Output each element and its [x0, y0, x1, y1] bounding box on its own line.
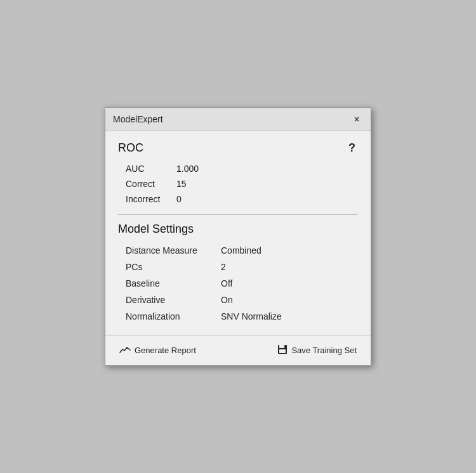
derivative-label: Derivative: [126, 295, 221, 305]
normalization-value: SNV Normalize: [221, 311, 282, 321]
distance-measure-label: Distance Measure: [126, 245, 221, 256]
correct-value: 15: [176, 179, 187, 189]
distance-measure-value: Combined: [221, 245, 261, 256]
correct-row: Correct 15: [126, 176, 358, 191]
dialog-content: ROC ? AUC 1.000 Correct 15 Incorrect 0 M…: [105, 131, 371, 335]
baseline-label: Baseline: [126, 278, 221, 288]
generate-report-label: Generate Report: [135, 346, 196, 355]
title-bar: ModelExpert ×: [105, 108, 371, 131]
distance-measure-row: Distance Measure Combined: [126, 242, 358, 259]
pcs-row: PCs 2: [126, 259, 358, 275]
svg-rect-2: [284, 345, 285, 347]
close-button[interactable]: ×: [350, 113, 363, 126]
normalization-label: Normalization: [126, 311, 221, 321]
roc-section-header: ROC ?: [118, 141, 358, 155]
normalization-row: Normalization SNV Normalize: [126, 308, 358, 325]
correct-label: Correct: [126, 179, 176, 189]
help-button[interactable]: ?: [346, 141, 358, 155]
pcs-value: 2: [221, 262, 226, 272]
dialog-title: ModelExpert: [113, 114, 163, 124]
incorrect-value: 0: [176, 194, 182, 204]
model-settings-table: Distance Measure Combined PCs 2 Baseline…: [126, 242, 358, 325]
auc-label: AUC: [126, 164, 176, 174]
save-training-set-label: Save Training Set: [291, 346, 357, 355]
section-divider-1: [118, 214, 358, 215]
baseline-row: Baseline Off: [126, 275, 358, 292]
generate-report-button[interactable]: Generate Report: [116, 342, 200, 358]
auc-row: AUC 1.000: [126, 161, 358, 176]
incorrect-row: Incorrect 0: [126, 191, 358, 207]
derivative-value: On: [221, 295, 233, 305]
model-settings-section-header: Model Settings: [118, 223, 358, 236]
baseline-value: Off: [221, 278, 232, 288]
auc-value: 1.000: [176, 164, 199, 174]
svg-rect-1: [279, 345, 284, 348]
svg-rect-3: [279, 349, 286, 353]
report-icon: [119, 345, 131, 356]
dialog-window: ModelExpert × ROC ? AUC 1.000 Correct 15…: [105, 107, 371, 366]
dialog-footer: Generate Report Save Training Set: [105, 335, 371, 365]
save-icon: [277, 344, 288, 356]
derivative-row: Derivative On: [126, 292, 358, 308]
save-training-set-button[interactable]: Save Training Set: [274, 342, 360, 359]
incorrect-label: Incorrect: [126, 194, 176, 204]
roc-stats-table: AUC 1.000 Correct 15 Incorrect 0: [126, 161, 358, 207]
model-settings-title: Model Settings: [118, 223, 194, 236]
pcs-label: PCs: [126, 262, 221, 272]
roc-title: ROC: [118, 141, 143, 155]
